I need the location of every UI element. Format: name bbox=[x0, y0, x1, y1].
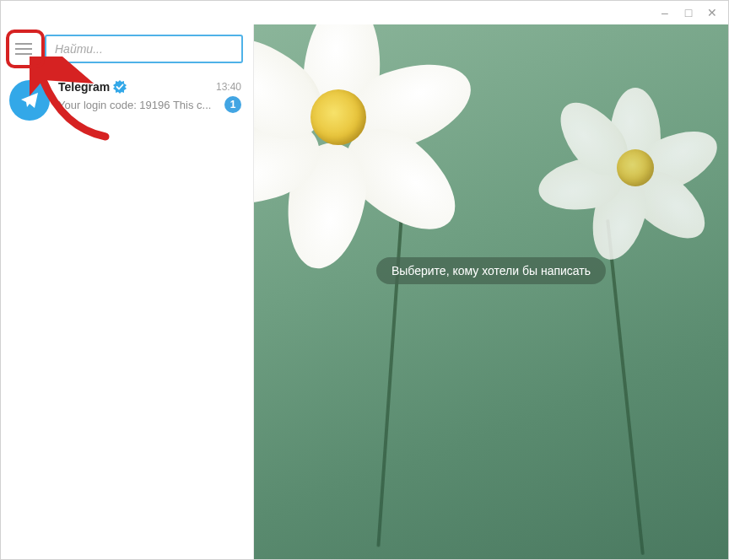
hamburger-icon bbox=[15, 43, 32, 55]
window-minimize-button[interactable]: – bbox=[656, 3, 674, 22]
sidebar-header bbox=[1, 24, 253, 73]
sidebar: Telegram 13:40 Your login code: 19196 Th… bbox=[1, 24, 254, 559]
svg-marker-3 bbox=[113, 80, 127, 94]
chat-meta: Telegram 13:40 Your login code: 19196 Th… bbox=[58, 80, 241, 113]
svg-rect-1 bbox=[15, 48, 32, 50]
maximize-icon: □ bbox=[685, 6, 692, 19]
chat-title-row: Telegram 13:40 bbox=[58, 80, 241, 94]
chat-background-pane: Выберите, кому хотели бы написать bbox=[254, 24, 728, 559]
window-close-button[interactable]: ✕ bbox=[703, 3, 721, 22]
empty-chat-placeholder: Выберите, кому хотели бы написать bbox=[376, 257, 606, 284]
bg-flower bbox=[559, 92, 711, 244]
chat-list-item[interactable]: Telegram 13:40 Your login code: 19196 Th… bbox=[1, 73, 253, 127]
chat-preview-row: Your login code: 19196 This c... 1 bbox=[58, 96, 241, 113]
hamburger-menu-button[interactable] bbox=[8, 33, 40, 65]
bg-flower bbox=[254, 24, 448, 227]
avatar bbox=[9, 80, 50, 121]
svg-rect-0 bbox=[15, 43, 32, 45]
bg-stem bbox=[376, 193, 404, 547]
svg-rect-2 bbox=[15, 53, 32, 55]
chat-time: 13:40 bbox=[216, 81, 241, 93]
telegram-plane-icon bbox=[19, 90, 40, 110]
close-icon: ✕ bbox=[707, 6, 717, 19]
window-maximize-button[interactable]: □ bbox=[679, 3, 698, 22]
search-input[interactable] bbox=[45, 35, 243, 63]
app-body: Telegram 13:40 Your login code: 19196 Th… bbox=[1, 24, 728, 559]
unread-badge: 1 bbox=[224, 96, 241, 113]
chat-preview: Your login code: 19196 This c... bbox=[58, 99, 219, 111]
chat-name: Telegram bbox=[58, 80, 110, 94]
minimize-icon: – bbox=[662, 6, 668, 19]
search-container bbox=[45, 35, 243, 63]
bg-stem bbox=[606, 219, 645, 555]
verified-badge-icon bbox=[113, 80, 127, 94]
window-titlebar: – □ ✕ bbox=[1, 1, 728, 24]
